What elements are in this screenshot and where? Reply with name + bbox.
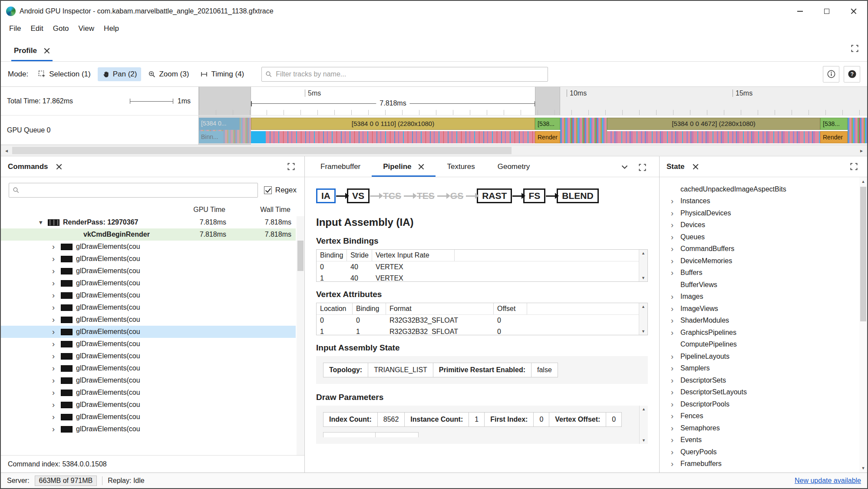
renderpass-segment[interactable]: Render [535,131,560,143]
state-item-descriptorpools[interactable]: ›DescriptorPools [660,398,858,410]
chevron-right-icon[interactable]: › [671,270,676,276]
state-item-imageviews[interactable]: ›ImageViews [660,303,858,315]
scroll-up-icon[interactable]: ▲ [642,407,646,411]
command-row[interactable]: ›glDrawElements(cou [1,399,296,411]
filter-tracks-input[interactable] [261,67,548,82]
state-item-cachedunpackedimageaspectbits[interactable]: ›cachedUnpackedImageAspectBits [660,183,858,195]
scroll-up-icon[interactable]: ▲ [861,179,865,184]
fullscreen-icon[interactable] [284,160,297,173]
minimize-button[interactable] [786,1,813,22]
fullscreen-icon[interactable] [847,160,860,173]
scroll-up-icon[interactable]: ▲ [641,304,645,309]
state-item-querypools[interactable]: ›QueryPools [660,446,858,458]
tab-textures[interactable]: Textures [436,158,486,177]
scrollbar-thumb[interactable] [297,241,304,271]
tab-pipeline[interactable]: Pipeline [372,158,436,177]
menu-edit[interactable]: Edit [26,23,48,35]
track-activity[interactable] [607,131,820,143]
tab-close-icon[interactable] [44,48,50,54]
chevron-right-icon[interactable]: › [671,401,676,407]
scrollbar-thumb[interactable] [12,147,512,154]
expand-caret-icon[interactable]: › [52,304,60,311]
command-row[interactable]: ›glDrawElements(cou [1,326,296,338]
collapse-caret-icon[interactable]: ▾ [39,218,47,226]
expand-caret-icon[interactable]: › [52,414,60,420]
stage-gs[interactable]: GS [448,190,465,202]
scroll-up-icon[interactable]: ▲ [641,251,645,255]
chevron-right-icon[interactable]: › [671,306,676,312]
track-activity[interactable] [251,131,266,143]
commands-scrollbar[interactable] [297,216,304,455]
command-row[interactable]: ›glDrawElements(cou [1,411,296,423]
chevron-right-icon[interactable]: › [671,317,676,324]
track-activity[interactable] [266,131,535,143]
state-item-devicememories[interactable]: ›DeviceMemories [660,255,858,267]
state-scrollbar[interactable]: ▲▼ [859,177,867,472]
renderpass-segment[interactable]: [5384 0 0 4672] (2280x1080) [607,118,820,130]
chevron-right-icon[interactable]: › [671,234,676,240]
menu-help[interactable]: Help [99,23,124,35]
time-ruler[interactable]: 5ms10ms15ms7.818ms [199,87,867,115]
menu-goto[interactable]: Goto [48,23,74,35]
state-item-queues[interactable]: ›Queues [660,231,858,243]
track-activity[interactable] [560,118,607,143]
state-item-physicaldevices[interactable]: ›PhysicalDevices [660,207,858,219]
chevron-right-icon[interactable]: › [671,461,676,467]
table-row[interactable]: 140VERTEX [317,273,639,282]
stage-vs[interactable]: VS [347,188,370,203]
command-row[interactable]: ›glDrawElements(cou [1,301,296,314]
scroll-left-icon[interactable]: ◂ [1,145,12,156]
chevron-right-icon[interactable]: › [671,377,676,383]
chevron-right-icon[interactable]: › [671,294,676,300]
expand-caret-icon[interactable]: › [52,426,60,432]
scrollbar-thumb[interactable] [860,187,866,321]
table-scrollbar[interactable]: ▲▼ [639,250,647,281]
command-row[interactable]: vkCmdBeginRender7.818ms7.818ms [1,228,296,241]
table-row[interactable]: 00R32G32B32_SFLOAT0 [317,315,639,326]
close-button[interactable] [840,1,867,22]
expand-caret-icon[interactable]: › [52,329,60,335]
state-close-icon[interactable] [693,164,699,170]
tab-profile[interactable]: Profile [11,41,53,61]
gpu-queue-track[interactable]: [5384 0...Binn...[5384 0 0 1110] (2280x1… [199,116,867,145]
state-item-pipelinelayouts[interactable]: ›PipelineLayouts [660,350,858,363]
chevron-right-icon[interactable]: › [671,330,676,336]
expand-caret-icon[interactable]: › [52,353,60,359]
regex-checkbox[interactable] [264,186,272,194]
renderpass-segment[interactable]: [5384 0 0 1110] (2280x1080) [251,118,535,130]
state-item-semaphores[interactable]: ›Semaphores [660,422,858,434]
command-row[interactable]: ›glDrawElements(cou [1,289,296,301]
state-item-instances[interactable]: ›Instances [660,195,858,208]
command-row[interactable]: ›glDrawElements(cou [1,253,296,265]
stage-tcs[interactable]: TCS [381,190,403,202]
chevron-right-icon[interactable]: › [671,365,676,371]
stage-blend[interactable]: BLEND [557,188,598,203]
commands-close-icon[interactable] [56,164,62,170]
help-button[interactable]: ? [844,66,860,83]
tab-framebuffer[interactable]: Framebuffer [309,158,372,177]
chevron-right-icon[interactable]: › [671,246,676,252]
chevron-right-icon[interactable]: › [671,437,676,443]
state-item-fences[interactable]: ›Fences [660,410,858,423]
scroll-down-icon[interactable]: ▼ [861,466,865,470]
stage-ia[interactable]: IA [316,188,336,203]
chevron-down-icon[interactable] [621,165,628,169]
command-row[interactable]: ›glDrawElements(cou [1,362,296,374]
fullscreen-icon[interactable] [848,42,861,55]
fullscreen-icon[interactable] [636,161,649,174]
expand-caret-icon[interactable]: › [52,377,60,383]
renderpass-segment[interactable]: [538... [820,118,848,130]
state-item-devices[interactable]: ›Devices [660,219,858,231]
info-button[interactable] [823,66,839,83]
dim-overlay[interactable] [199,116,251,145]
expand-caret-icon[interactable]: › [52,292,60,298]
expand-caret-icon[interactable]: › [52,280,60,286]
menu-file[interactable]: File [4,23,26,35]
chevron-right-icon[interactable]: › [671,210,676,216]
mode-button-pan[interactable]: Pan (2) [98,67,142,81]
expand-caret-icon[interactable]: › [52,341,60,347]
command-row[interactable]: ›glDrawElements(cou [1,314,296,326]
commands-search-input[interactable] [9,183,258,198]
command-row[interactable]: ▾RenderPass: 129703677.818ms7.818ms [1,216,296,228]
chevron-right-icon[interactable]: › [671,222,676,228]
